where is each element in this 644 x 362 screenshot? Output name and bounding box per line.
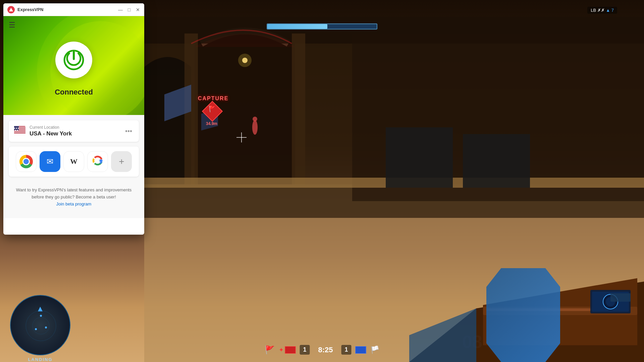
vpn-app-title: ExpressVPN (17, 7, 43, 12)
crosshair (236, 132, 247, 142)
close-button[interactable]: ✕ (136, 7, 140, 12)
add-icon: + (119, 156, 124, 167)
location-card[interactable]: ★★★ ★★ Current Location USA - New York •… (9, 120, 139, 142)
vpn-power-button[interactable] (55, 42, 92, 78)
vpn-window: ExpressVPN — □ ✕ ☰ (3, 3, 144, 235)
chrome-shortcut-button[interactable] (16, 151, 37, 172)
svg-marker-27 (9, 8, 13, 11)
svg-text:★★: ★★ (14, 129, 18, 131)
capture-objective-label: CAPTURE (198, 96, 228, 102)
minimize-button[interactable]: — (118, 7, 123, 12)
red-score: 1 (300, 345, 310, 355)
vpn-logo: ExpressVPN (7, 6, 118, 13)
health-icon: ✦ (279, 346, 284, 354)
shield-bar (267, 23, 377, 29)
google-shortcut-button[interactable] (87, 151, 108, 172)
vpn-titlebar: ExpressVPN — □ ✕ (3, 3, 144, 16)
location-more-button[interactable]: ••• (124, 126, 133, 136)
kill-feed: LB ✗✗ ▲ 7 (587, 7, 617, 14)
mail-icon: ✉ (47, 157, 53, 166)
svg-point-16 (33, 317, 49, 334)
vpn-header: ☰ Connected (3, 16, 144, 115)
mail-shortcut-button[interactable]: ✉ (40, 151, 60, 172)
window-controls: — □ ✕ (118, 7, 140, 12)
radar-zone-label: LANDING (28, 357, 52, 362)
svg-rect-37 (14, 132, 25, 133)
player-glove (486, 268, 560, 362)
game-timer: 8:25 (314, 346, 337, 354)
beta-join-link[interactable]: Join beta program (56, 201, 92, 206)
capture-distance: 34.9m (206, 121, 217, 126)
kill-feed-item: LB ✗✗ ▲ 7 (587, 7, 617, 14)
capture-icon: 🚩 (204, 104, 221, 121)
vpn-body: ★★★ ★★ Current Location USA - New York •… (3, 115, 144, 218)
weapon-display (409, 241, 644, 362)
chrome-icon (19, 155, 33, 168)
shortcuts-row: ✉ W (14, 151, 133, 172)
health-pip-1 (285, 346, 296, 354)
shortcuts-card: ✉ W (9, 146, 139, 177)
beta-notice: Want to try ExpressVPN's latest features… (9, 181, 139, 213)
svg-point-17 (40, 315, 42, 317)
blue-score: 1 (341, 345, 352, 355)
beta-notice-text: Want to try ExpressVPN's latest features… (14, 187, 133, 201)
location-info: Current Location USA - New York (30, 125, 120, 137)
hamburger-menu-button[interactable]: ☰ (9, 21, 15, 29)
blue-health-pip (356, 346, 366, 354)
power-btn-container: Connected (55, 42, 93, 97)
location-flag-icon: ★★★ ★★ (14, 126, 25, 136)
blue-flag-icon: 🏳️ (370, 346, 379, 354)
add-shortcut-button[interactable]: + (111, 151, 132, 172)
wikipedia-shortcut-button[interactable]: W (63, 151, 84, 172)
svg-point-42 (96, 159, 100, 163)
svg-point-18 (45, 326, 47, 328)
red-health-pips: ✦ (279, 346, 296, 354)
score-hud: 🚩 ✦ 1 8:25 1 🏳️ (265, 345, 379, 355)
location-card-label: Current Location (30, 125, 120, 130)
red-flag-icon: 🚩 (265, 345, 275, 355)
svg-point-19 (35, 328, 37, 330)
svg-rect-38 (14, 133, 25, 134)
google-icon (92, 155, 103, 168)
maximize-button[interactable]: □ (127, 7, 131, 12)
svg-rect-26 (610, 293, 631, 302)
location-card-name: USA - New York (30, 130, 120, 137)
vpn-logo-icon (7, 6, 15, 13)
capture-flag-icon: 🚩 (209, 105, 216, 113)
vpn-status-label: Connected (55, 88, 93, 97)
radar-compass: ▲ LANDING 18 m (10, 295, 70, 355)
wikipedia-icon: W (70, 157, 77, 166)
